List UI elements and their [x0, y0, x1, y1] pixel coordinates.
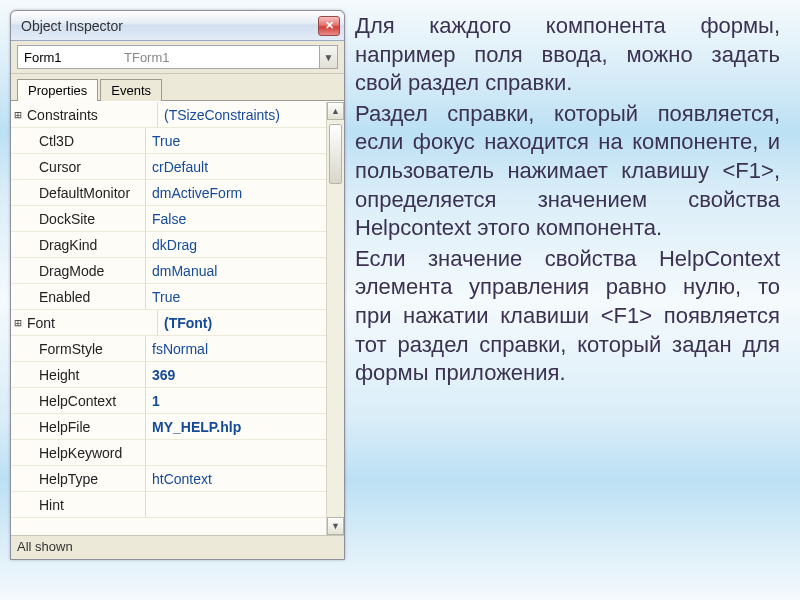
property-value[interactable]: 369 — [145, 362, 326, 387]
object-inspector-window: Object Inspector ✕ Form1 TForm1 ▼ Proper… — [10, 10, 345, 560]
property-row[interactable]: HelpFileMY_HELP.hlp — [11, 414, 326, 440]
property-row[interactable]: ⊞Font(TFont) — [11, 310, 326, 336]
close-icon: ✕ — [325, 19, 334, 32]
chevron-down-icon: ▼ — [324, 52, 334, 63]
property-name: Ctl3D — [25, 133, 145, 149]
property-value[interactable]: False — [145, 206, 326, 231]
property-value[interactable]: True — [145, 284, 326, 309]
property-row[interactable]: HelpKeyword — [11, 440, 326, 466]
property-name: DefaultMonitor — [25, 185, 145, 201]
description-text: Для каждого компонента формы, например п… — [355, 10, 780, 590]
property-row[interactable]: Height369 — [11, 362, 326, 388]
property-grid: ⊞Constraints(TSizeConstraints)Ctl3DTrueC… — [11, 101, 344, 535]
tab-strip: Properties Events — [11, 74, 344, 101]
property-name: HelpFile — [25, 419, 145, 435]
property-row[interactable]: Hint — [11, 492, 326, 518]
property-name: FormStyle — [25, 341, 145, 357]
status-bar: All shown — [11, 535, 344, 559]
property-value[interactable]: htContext — [145, 466, 326, 491]
tab-properties[interactable]: Properties — [17, 79, 98, 101]
instance-type: TForm1 — [118, 50, 319, 65]
property-name: Constraints — [25, 107, 157, 123]
property-row[interactable]: DragModedmManual — [11, 258, 326, 284]
property-value[interactable] — [145, 492, 326, 517]
property-row[interactable]: HelpContext1 — [11, 388, 326, 414]
chevron-up-icon: ▲ — [331, 106, 340, 116]
scroll-down-button[interactable]: ▼ — [327, 517, 344, 535]
property-name: HelpKeyword — [25, 445, 145, 461]
description-p2: Раздел справки, который появляется, если… — [355, 100, 780, 243]
dropdown-button[interactable]: ▼ — [319, 46, 337, 68]
scroll-thumb[interactable] — [329, 124, 342, 184]
property-value[interactable]: MY_HELP.hlp — [145, 414, 326, 439]
property-row[interactable]: FormStylefsNormal — [11, 336, 326, 362]
property-value[interactable] — [145, 440, 326, 465]
property-value[interactable]: (TSizeConstraints) — [157, 102, 326, 127]
property-value[interactable]: fsNormal — [145, 336, 326, 361]
window-title: Object Inspector — [21, 18, 318, 34]
property-row[interactable]: HelpTypehtContext — [11, 466, 326, 492]
instance-combo-row: Form1 TForm1 ▼ — [11, 41, 344, 74]
property-row[interactable]: DragKinddkDrag — [11, 232, 326, 258]
vertical-scrollbar[interactable]: ▲ ▼ — [326, 102, 344, 535]
description-p3: Если значение свойства HelpContext элеме… — [355, 245, 780, 388]
description-p1: Для каждого компонента формы, например п… — [355, 12, 780, 98]
property-value[interactable]: dmActiveForm — [145, 180, 326, 205]
instance-combo[interactable]: Form1 TForm1 ▼ — [17, 45, 338, 69]
property-name: Enabled — [25, 289, 145, 305]
status-text: All shown — [17, 539, 73, 554]
property-name: Height — [25, 367, 145, 383]
chevron-down-icon: ▼ — [331, 521, 340, 531]
property-name: DragMode — [25, 263, 145, 279]
property-name: Cursor — [25, 159, 145, 175]
property-row[interactable]: DockSiteFalse — [11, 206, 326, 232]
property-row[interactable]: EnabledTrue — [11, 284, 326, 310]
property-name: HelpType — [25, 471, 145, 487]
property-value[interactable]: (TFont) — [157, 310, 326, 335]
property-name: Hint — [25, 497, 145, 513]
tab-events[interactable]: Events — [100, 79, 162, 101]
property-name: DockSite — [25, 211, 145, 227]
property-value[interactable]: 1 — [145, 388, 326, 413]
scroll-up-button[interactable]: ▲ — [327, 102, 344, 120]
scroll-track[interactable] — [327, 120, 344, 517]
property-row[interactable]: ⊞Constraints(TSizeConstraints) — [11, 102, 326, 128]
tab-events-label: Events — [111, 83, 151, 98]
titlebar[interactable]: Object Inspector ✕ — [11, 11, 344, 41]
tab-properties-label: Properties — [28, 83, 87, 98]
close-button[interactable]: ✕ — [318, 16, 340, 36]
property-value[interactable]: True — [145, 128, 326, 153]
property-rows: ⊞Constraints(TSizeConstraints)Ctl3DTrueC… — [11, 102, 326, 535]
property-name: Font — [25, 315, 157, 331]
property-row[interactable]: Ctl3DTrue — [11, 128, 326, 154]
expand-icon[interactable]: ⊞ — [11, 316, 25, 330]
property-name: DragKind — [25, 237, 145, 253]
property-name: HelpContext — [25, 393, 145, 409]
expand-icon[interactable]: ⊞ — [11, 108, 25, 122]
property-value[interactable]: crDefault — [145, 154, 326, 179]
property-value[interactable]: dmManual — [145, 258, 326, 283]
instance-name: Form1 — [18, 50, 118, 65]
property-row[interactable]: DefaultMonitordmActiveForm — [11, 180, 326, 206]
property-row[interactable]: CursorcrDefault — [11, 154, 326, 180]
property-value[interactable]: dkDrag — [145, 232, 326, 257]
